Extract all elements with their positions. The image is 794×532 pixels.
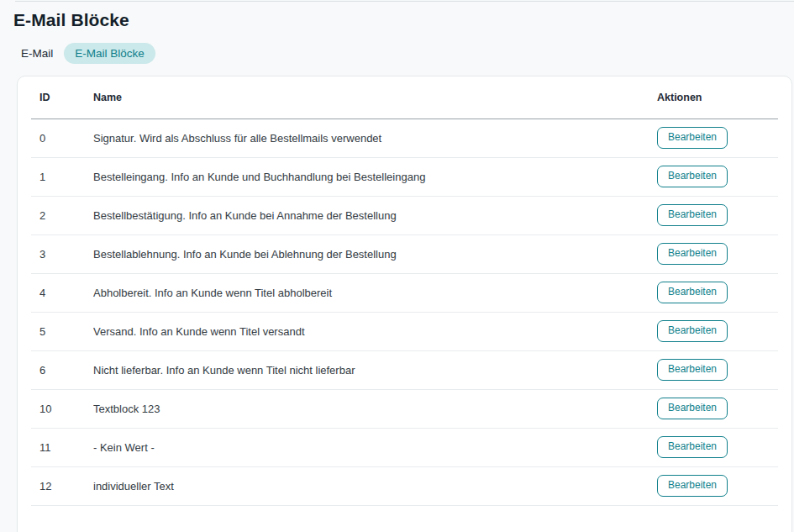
row-id-cell: 11 xyxy=(31,428,93,466)
row-name-cell: individueller Text xyxy=(93,466,657,505)
table-row: 1Bestelleingang. Info an Kunde und Buchh… xyxy=(31,157,778,196)
row-name-cell: Nicht lieferbar. Info an Kunde wenn Tite… xyxy=(93,350,657,389)
tab-email-bloecke[interactable]: E-Mail Blöcke xyxy=(64,43,155,64)
row-name-cell: Bestellablehnung. Info an Kunde bei Able… xyxy=(93,234,657,273)
row-id-cell: 5 xyxy=(31,312,93,350)
page-header: E-Mail Blöcke E-Mail E-Mail Blöcke xyxy=(0,0,794,64)
row-id-cell: 12 xyxy=(31,466,93,505)
email-blocks-card: ID Name Aktionen 0Signatur. Wird als Abs… xyxy=(17,76,792,532)
row-actions-cell: Bearbeiten xyxy=(657,273,778,312)
row-name-cell: Textblock 123 xyxy=(93,389,657,428)
row-name-cell: Abholbereit. Info an Kunde wenn Titel ab… xyxy=(93,273,657,312)
email-blocks-table: ID Name Aktionen 0Signatur. Wird als Abs… xyxy=(31,76,778,506)
table-row: 12individueller TextBearbeiten xyxy=(31,466,778,505)
table-row: 11- Kein Wert -Bearbeiten xyxy=(31,428,778,466)
bearbeiten-button[interactable]: Bearbeiten xyxy=(657,359,728,380)
row-name-cell: - Kein Wert - xyxy=(93,428,657,466)
bearbeiten-button[interactable]: Bearbeiten xyxy=(657,282,728,303)
column-header-aktionen: Aktionen xyxy=(657,76,778,119)
tab-bar: E-Mail E-Mail Blöcke xyxy=(21,43,781,64)
table-row: 6Nicht lieferbar. Info an Kunde wenn Tit… xyxy=(31,350,778,389)
table-row: 10Textblock 123Bearbeiten xyxy=(31,389,778,428)
row-id-cell: 0 xyxy=(31,119,93,157)
column-header-name: Name xyxy=(93,76,657,119)
bearbeiten-button[interactable]: Bearbeiten xyxy=(657,436,728,457)
bearbeiten-button[interactable]: Bearbeiten xyxy=(657,320,728,341)
table-row: 5Versand. Info an Kunde wenn Titel versa… xyxy=(31,312,778,350)
row-actions-cell: Bearbeiten xyxy=(657,196,778,234)
row-actions-cell: Bearbeiten xyxy=(657,350,778,389)
bearbeiten-button[interactable]: Bearbeiten xyxy=(657,127,728,148)
row-id-cell: 4 xyxy=(31,273,93,312)
table-row: 3Bestellablehnung. Info an Kunde bei Abl… xyxy=(31,234,778,273)
row-actions-cell: Bearbeiten xyxy=(657,389,778,428)
bearbeiten-button[interactable]: Bearbeiten xyxy=(657,475,728,496)
row-name-cell: Bestelleingang. Info an Kunde und Buchha… xyxy=(93,157,657,196)
row-actions-cell: Bearbeiten xyxy=(657,466,778,505)
tab-email[interactable]: E-Mail xyxy=(21,43,53,64)
row-actions-cell: Bearbeiten xyxy=(657,234,778,273)
row-name-cell: Versand. Info an Kunde wenn Titel versan… xyxy=(93,312,657,350)
column-header-id: ID xyxy=(31,76,93,119)
page-title: E-Mail Blöcke xyxy=(13,10,781,30)
row-actions-cell: Bearbeiten xyxy=(657,428,778,466)
bearbeiten-button[interactable]: Bearbeiten xyxy=(657,204,728,225)
row-id-cell: 3 xyxy=(31,234,93,273)
row-actions-cell: Bearbeiten xyxy=(657,157,778,196)
table-header-row: ID Name Aktionen xyxy=(31,76,778,119)
table-row: 2Bestellbestätigung. Info an Kunde bei A… xyxy=(31,196,778,234)
top-divider xyxy=(15,1,794,2)
row-actions-cell: Bearbeiten xyxy=(657,312,778,350)
row-id-cell: 1 xyxy=(31,157,93,196)
table-row: 4Abholbereit. Info an Kunde wenn Titel a… xyxy=(31,273,778,312)
row-id-cell: 6 xyxy=(31,350,93,389)
row-id-cell: 10 xyxy=(31,389,93,428)
bearbeiten-button[interactable]: Bearbeiten xyxy=(657,243,728,264)
row-name-cell: Bestellbestätigung. Info an Kunde bei An… xyxy=(93,196,657,234)
row-actions-cell: Bearbeiten xyxy=(657,119,778,157)
row-id-cell: 2 xyxy=(31,196,93,234)
bearbeiten-button[interactable]: Bearbeiten xyxy=(657,398,728,419)
bearbeiten-button[interactable]: Bearbeiten xyxy=(657,166,728,187)
row-name-cell: Signatur. Wird als Abschluss für alle Be… xyxy=(93,119,657,157)
table-row: 0Signatur. Wird als Abschluss für alle B… xyxy=(31,119,778,157)
